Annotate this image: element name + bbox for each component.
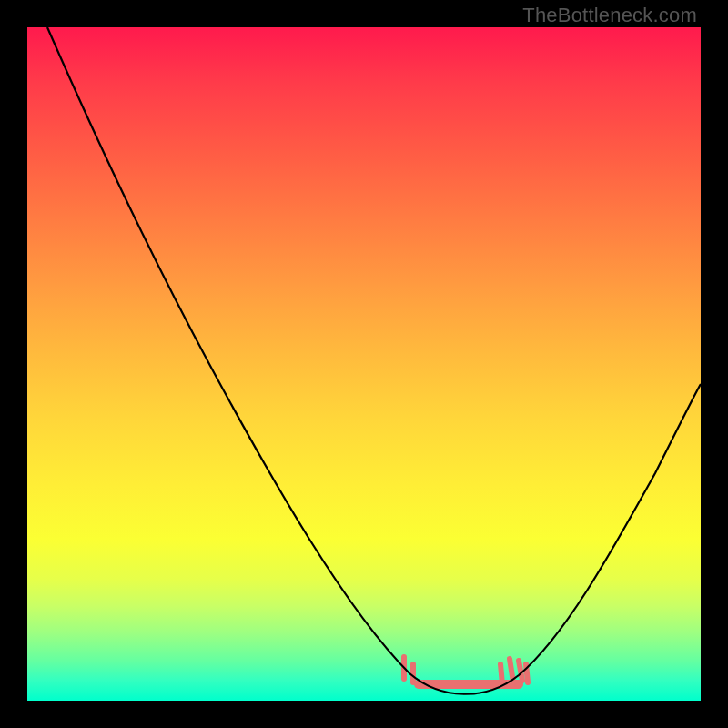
plot-area — [27, 27, 701, 701]
svg-line-4 — [519, 661, 522, 681]
watermark-text: TheBottleneck.com — [522, 4, 697, 27]
curve-svg — [27, 27, 701, 701]
optimal-range-highlight — [404, 657, 528, 684]
bottleneck-curve — [47, 27, 701, 694]
svg-line-2 — [500, 664, 502, 684]
chart-frame: TheBottleneck.com — [0, 0, 728, 728]
